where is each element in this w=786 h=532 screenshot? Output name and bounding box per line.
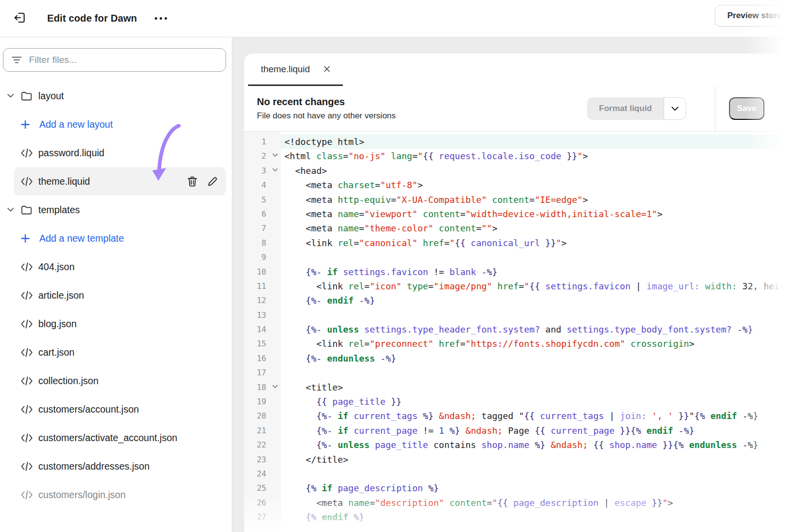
file-label: article.json (38, 290, 84, 301)
format-options-dropdown[interactable] (664, 97, 686, 120)
code-line: 3 <head> (244, 164, 786, 178)
save-button[interactable]: Save (729, 97, 764, 120)
code-line: 16 {%- endunless -%} (244, 351, 786, 365)
folder-icon (21, 205, 33, 215)
format-liquid-button[interactable]: Format liquid (587, 97, 686, 120)
code-line: 22 {%- unless page_title contains shop.n… (244, 438, 786, 452)
line-number: 23 (244, 452, 281, 467)
code-text[interactable]: <link rel="canonical" href="{{ canonical… (281, 236, 786, 250)
file-customers/account.json[interactable]: customers/account.json (14, 395, 226, 423)
code-line: 1<!doctype html> (244, 135, 786, 149)
close-tab-icon[interactable] (324, 66, 330, 72)
fold-chevron-icon[interactable] (272, 385, 278, 389)
line-number: 2 (244, 149, 281, 163)
file-customers/login.json[interactable]: customers/login.json (14, 480, 226, 509)
chevron-down-icon[interactable] (7, 93, 16, 98)
folder-label: layout (38, 90, 64, 102)
file-label: collection.json (38, 375, 98, 387)
exit-editor-button[interactable] (10, 9, 29, 28)
file-label: theme.liquid (38, 176, 90, 187)
code-text[interactable]: <head> (281, 164, 786, 178)
code-file-icon (21, 405, 33, 414)
file-customers/activate_account.json[interactable]: customers/activate_account.json (14, 423, 226, 452)
add-new-templates-button[interactable]: Add a new template (14, 224, 226, 252)
filter-files-input[interactable] (29, 55, 218, 65)
rename-file-icon[interactable] (207, 176, 218, 187)
plus-icon (21, 120, 33, 129)
line-number: 3 (244, 164, 281, 178)
filter-files-box[interactable] (3, 48, 226, 72)
code-text[interactable] (281, 250, 786, 264)
more-actions-menu[interactable] (155, 9, 167, 28)
code-file-icon (21, 148, 33, 158)
code-text[interactable]: {%- endunless -%} (281, 351, 786, 365)
format-liquid-label: Format liquid (587, 97, 664, 120)
file-404.json[interactable]: 404.json (14, 252, 226, 281)
chevron-down-icon[interactable] (7, 207, 16, 212)
code-text[interactable]: <meta http-equiv="X-UA-Compatible" conte… (281, 193, 786, 207)
code-text[interactable]: <meta name="theme-color" content=""> (281, 221, 786, 235)
code-text[interactable]: {%- unless page_title contains shop.name… (281, 438, 786, 452)
dots-icon (155, 17, 167, 20)
code-text[interactable]: <meta name="viewport" content="width=dev… (281, 207, 786, 221)
file-label: customers/account.json (38, 404, 139, 415)
file-label: customers/activate_account.json (38, 432, 177, 444)
file-article.json[interactable]: article.json (14, 281, 226, 309)
code-text[interactable]: <title> (281, 380, 786, 394)
code-text[interactable]: {% endif %} (281, 510, 786, 524)
code-text[interactable]: <link rel="preconnect" href="https://fon… (281, 336, 786, 351)
line-number: 25 (244, 481, 281, 495)
tab-theme-liquid[interactable]: theme.liquid (248, 54, 343, 86)
code-text[interactable]: <html class="no-js" lang="{{ request.loc… (281, 149, 786, 163)
code-text[interactable]: <!doctype html> (281, 135, 786, 149)
code-text[interactable]: {% if page_description %} (281, 481, 786, 495)
file-label: 404.json (38, 261, 75, 273)
preview-store-button[interactable]: Preview store (715, 5, 786, 27)
status-subtitle: File does not have any other versions (257, 111, 396, 121)
code-line: 9 (244, 250, 786, 264)
line-number: 19 (244, 394, 281, 409)
delete-file-icon[interactable] (187, 176, 197, 187)
file-cart.json[interactable]: cart.json (14, 338, 226, 366)
code-text[interactable]: {%- if current_tags %} &ndash; tagged "{… (281, 409, 786, 423)
code-file-icon (21, 319, 33, 329)
code-text[interactable]: {%- endif -%} (281, 293, 786, 308)
line-number: 6 (244, 207, 281, 221)
line-number: 11 (244, 279, 281, 293)
code-editor[interactable]: 1<!doctype html>2<html class="no-js" lan… (244, 132, 786, 532)
fold-chevron-icon[interactable] (272, 168, 278, 172)
line-number: 20 (244, 409, 281, 423)
code-line: 14 {%- unless settings.type_header_font.… (244, 322, 786, 336)
code-text[interactable] (281, 365, 786, 380)
code-line: 18 <title> (244, 380, 786, 394)
code-text[interactable]: {%- if current_page != 1 %} &ndash; Page… (281, 423, 786, 438)
file-sidebar: layoutAdd a new layoutpassword.liquidthe… (0, 37, 232, 532)
code-text[interactable]: </title> (281, 452, 786, 467)
code-line: 5 <meta http-equiv="X-UA-Compatible" con… (244, 193, 786, 207)
chevron-down-icon (671, 106, 679, 112)
file-collection.json[interactable]: collection.json (14, 366, 226, 395)
line-number: 8 (244, 236, 281, 250)
add-new-layout-button[interactable]: Add a new layout (14, 110, 226, 139)
code-text[interactable]: <link rel="icon" type="image/png" href="… (281, 279, 786, 293)
file-customers/addresses.json[interactable]: customers/addresses.json (14, 452, 226, 480)
file-label: cart.json (38, 347, 75, 358)
file-blog.json[interactable]: blog.json (14, 309, 226, 338)
fold-chevron-icon[interactable] (272, 153, 278, 157)
code-text[interactable]: {{ page_title }} (281, 394, 786, 409)
folder-templates[interactable]: templates (0, 196, 232, 224)
folder-layout[interactable]: layout (0, 82, 232, 110)
line-number: 10 (244, 265, 281, 279)
code-line: 15 <link rel="preconnect" href="https://… (244, 336, 786, 351)
code-text[interactable]: <meta charset="utf-8"> (281, 178, 786, 192)
code-text[interactable] (281, 467, 786, 481)
filter-icon (11, 56, 22, 64)
file-theme.liquid[interactable]: theme.liquid (14, 167, 226, 196)
code-text[interactable]: {%- if settings.favicon != blank -%} (281, 265, 786, 279)
code-text[interactable]: <meta name="description" content="{{ pag… (281, 496, 786, 510)
line-number: 21 (244, 423, 281, 438)
code-text[interactable]: {%- unless settings.type_header_font.sys… (281, 322, 786, 336)
file-password.liquid[interactable]: password.liquid (14, 139, 226, 167)
file-status-text: No recent changes File does not have any… (257, 96, 396, 121)
code-text[interactable] (281, 308, 786, 322)
